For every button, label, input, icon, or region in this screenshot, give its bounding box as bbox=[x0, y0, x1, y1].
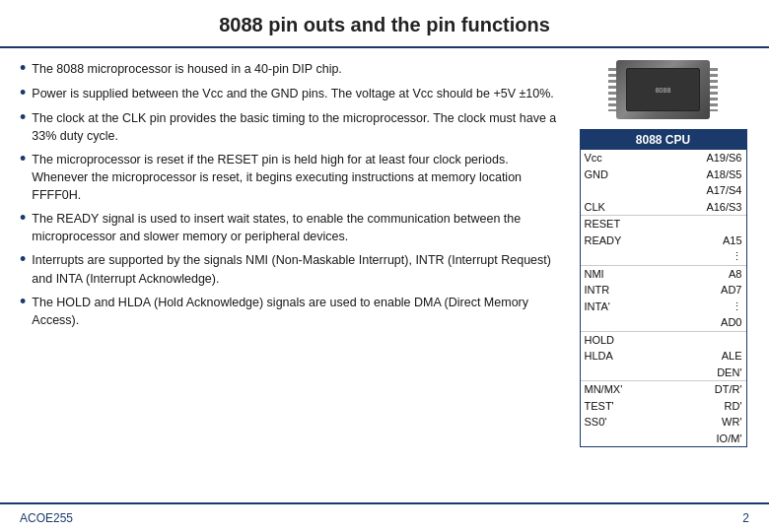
cpu-pin-left: CLK bbox=[581, 199, 665, 216]
cpu-pin-right: DT/R' bbox=[665, 381, 746, 398]
bullet-item: •The READY signal is used to insert wait… bbox=[20, 210, 561, 245]
cpu-pin-row: IO/M' bbox=[581, 431, 746, 447]
cpu-pin-right: A19/S6 bbox=[665, 150, 746, 166]
cpu-pin-left: HLDA bbox=[581, 348, 665, 365]
cpu-pin-row: INTA'⋮ bbox=[581, 299, 746, 315]
footer: ACOE255 2 bbox=[0, 502, 769, 532]
cpu-table-header: 8088 CPU bbox=[581, 130, 746, 150]
cpu-pin-right: ⋮ bbox=[665, 248, 746, 265]
cpu-pin-left: SS0' bbox=[581, 414, 665, 431]
main-content: •The 8088 microprocessor is housed in a … bbox=[0, 48, 769, 490]
bullet-text: The 8088 microprocessor is housed in a 4… bbox=[32, 60, 561, 78]
cpu-pin-row: HOLD bbox=[581, 332, 746, 349]
cpu-pin-left: MN/MX' bbox=[581, 381, 665, 398]
cpu-pin-left: TEST' bbox=[581, 398, 665, 415]
cpu-pin-left bbox=[581, 248, 665, 265]
cpu-pin-row: ⋮ bbox=[581, 248, 746, 265]
cpu-pin-right: WR' bbox=[665, 414, 746, 431]
bullet-item: •The clock at the CLK pin provides the b… bbox=[20, 109, 561, 145]
cpu-pin-left: RESET bbox=[581, 216, 665, 233]
cpu-pin-table: 8088 CPU VccA19/S6GNDA18/S5A17/S4CLKA16/… bbox=[580, 129, 747, 447]
cpu-pin-left: INTA' bbox=[581, 299, 665, 315]
bullet-text: The microprocessor is reset if the RESET… bbox=[32, 151, 561, 204]
cpu-pin-left bbox=[581, 182, 665, 199]
cpu-chip-image: 8088 bbox=[616, 60, 710, 119]
cpu-pin-row: INTRAD7 bbox=[581, 282, 746, 299]
cpu-section: 8088 8088 CPU VccA19/S6GNDA18/S5A17/S4CL… bbox=[577, 60, 749, 490]
bullet-item: •The microprocessor is reset if the RESE… bbox=[20, 151, 561, 204]
cpu-pin-left bbox=[581, 431, 665, 447]
page-title: 8088 pin outs and the pin functions bbox=[0, 0, 769, 48]
bullet-text: The HOLD and HLDA (Hold Acknowledge) sig… bbox=[32, 294, 561, 329]
cpu-pin-row: HLDAALE bbox=[581, 348, 746, 365]
cpu-pin-row: SS0'WR' bbox=[581, 414, 746, 431]
cpu-pin-left: HOLD bbox=[581, 332, 665, 349]
cpu-pin-right bbox=[665, 332, 746, 349]
cpu-pin-tbody: VccA19/S6GNDA18/S5A17/S4CLKA16/S3RESETRE… bbox=[581, 150, 746, 446]
bullet-dot: • bbox=[20, 150, 26, 169]
cpu-pin-left: Vcc bbox=[581, 150, 665, 166]
cpu-pin-row: READYA15 bbox=[581, 233, 746, 249]
cpu-pin-right: A18/S5 bbox=[665, 166, 746, 183]
cpu-pin-right: DEN' bbox=[665, 365, 746, 381]
bullet-text: Power is supplied between the Vcc and th… bbox=[32, 85, 561, 102]
cpu-pin-left: GND bbox=[581, 166, 665, 183]
cpu-pin-row: MN/MX'DT/R' bbox=[581, 381, 746, 398]
footer-course: ACOE255 bbox=[20, 511, 73, 525]
cpu-pin-right: ALE bbox=[665, 348, 746, 365]
cpu-pin-right: RD' bbox=[665, 398, 746, 415]
cpu-pin-left bbox=[581, 365, 665, 381]
cpu-chip-label: 8088 bbox=[656, 87, 671, 94]
cpu-pin-right: A8 bbox=[665, 266, 746, 283]
bullet-item: •The 8088 microprocessor is housed in a … bbox=[20, 60, 561, 79]
cpu-pin-left: NMI bbox=[581, 266, 665, 283]
bullet-item: •The HOLD and HLDA (Hold Acknowledge) si… bbox=[20, 294, 561, 329]
bullet-item: •Interrupts are supported by the signals… bbox=[20, 251, 561, 287]
footer-page: 2 bbox=[742, 511, 749, 525]
cpu-pin-right: A16/S3 bbox=[665, 199, 746, 216]
bullet-dot: • bbox=[20, 293, 26, 312]
cpu-pin-row: AD0 bbox=[581, 314, 746, 331]
cpu-pin-right: A15 bbox=[665, 233, 746, 249]
cpu-pin-row: GNDA18/S5 bbox=[581, 166, 746, 183]
cpu-pin-right: A17/S4 bbox=[665, 182, 746, 199]
bullet-dot: • bbox=[20, 108, 26, 128]
cpu-chip-inner: 8088 bbox=[626, 68, 700, 111]
cpu-pin-row: NMIA8 bbox=[581, 266, 746, 283]
cpu-pin-right: AD7 bbox=[665, 282, 746, 299]
bullet-text: Interrupts are supported by the signals … bbox=[32, 251, 561, 287]
bullet-dot: • bbox=[20, 209, 26, 229]
bullet-text: The READY signal is used to insert wait … bbox=[32, 210, 561, 245]
bullet-item: •Power is supplied between the Vcc and t… bbox=[20, 85, 561, 103]
cpu-pin-right: IO/M' bbox=[665, 431, 746, 447]
cpu-pin-left: INTR bbox=[581, 282, 665, 299]
cpu-pin-right: ⋮ bbox=[665, 299, 746, 315]
bullet-dot: • bbox=[20, 59, 26, 79]
bullet-text: The clock at the CLK pin provides the ba… bbox=[32, 109, 561, 145]
cpu-pin-row: VccA19/S6 bbox=[581, 150, 746, 166]
cpu-pin-right bbox=[665, 216, 746, 233]
cpu-pin-right: AD0 bbox=[665, 314, 746, 331]
bullet-dot: • bbox=[20, 84, 26, 103]
cpu-pin-row: A17/S4 bbox=[581, 182, 746, 199]
cpu-pin-row: RESET bbox=[581, 216, 746, 233]
cpu-pin-left bbox=[581, 314, 665, 331]
cpu-pin-row: TEST'RD' bbox=[581, 398, 746, 415]
bullet-dot: • bbox=[20, 250, 26, 270]
cpu-pin-left: READY bbox=[581, 233, 665, 249]
cpu-pin-row: CLKA16/S3 bbox=[581, 199, 746, 216]
bullet-section: •The 8088 microprocessor is housed in a … bbox=[20, 60, 561, 490]
cpu-pin-row: DEN' bbox=[581, 365, 746, 381]
